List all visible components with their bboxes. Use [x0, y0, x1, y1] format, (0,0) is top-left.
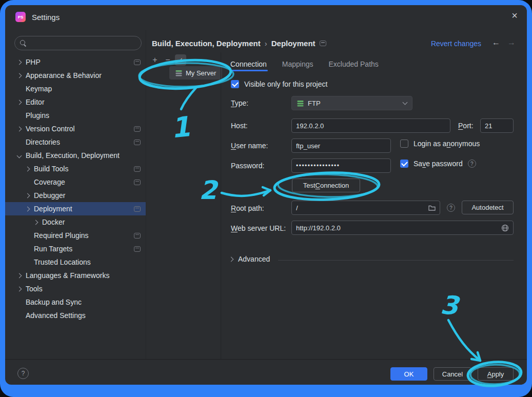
- sidebar-item-build-execution-deployment[interactable]: Build, Execution, Deployment: [5, 149, 146, 162]
- root-path-value[interactable]: [296, 204, 428, 212]
- sidebar-item-label: Backup and Sync: [26, 298, 82, 306]
- login-anonymous-checkbox[interactable]: [400, 140, 408, 148]
- chevron-right-icon: [17, 73, 22, 78]
- sidebar-item-required-plugins[interactable]: Required Plugins: [5, 229, 146, 242]
- web-server-url-value[interactable]: [296, 224, 501, 232]
- chevron-right-icon: [25, 166, 30, 171]
- web-server-url-input[interactable]: [291, 221, 514, 235]
- help-icon[interactable]: ?: [447, 204, 455, 212]
- breadcrumb-part[interactable]: Build, Execution, Deployment: [152, 39, 261, 48]
- host-input[interactable]: [291, 118, 450, 133]
- port-label: Port:: [458, 122, 474, 130]
- autodetect-button[interactable]: Autodetect: [462, 201, 514, 214]
- chevron-right-icon: [17, 59, 22, 65]
- password-input[interactable]: [291, 158, 391, 173]
- screen-background: PS Settings × PHP Appearance & Behavior: [0, 0, 532, 397]
- sidebar-item-tools[interactable]: Tools: [5, 282, 146, 295]
- sidebar-item-build-tools[interactable]: Build Tools: [5, 162, 146, 175]
- sidebar-item-label: Run Targets: [34, 245, 72, 253]
- project-tag-icon: [134, 59, 141, 65]
- sidebar-item-label: Version Control: [26, 125, 75, 133]
- project-tag-icon: [134, 126, 141, 132]
- dialog-help-icon[interactable]: ?: [17, 368, 29, 379]
- ok-button[interactable]: OK: [390, 367, 427, 381]
- sidebar-item-label: Build Tools: [34, 165, 68, 173]
- panel-divider: [221, 52, 221, 359]
- sidebar-item-label: Docker: [42, 218, 65, 226]
- sidebar-item-keymap[interactable]: Keymap: [5, 82, 146, 95]
- port-input[interactable]: [480, 118, 514, 133]
- forward-arrow-icon[interactable]: →: [507, 38, 516, 47]
- tab-connection[interactable]: Connection: [229, 60, 268, 68]
- globe-icon[interactable]: [501, 224, 509, 232]
- sidebar-item-appearance-behavior[interactable]: Appearance & Behavior: [5, 69, 146, 82]
- visible-only-checkbox[interactable]: [231, 80, 239, 88]
- sidebar-item-label: Coverage: [34, 178, 65, 186]
- root-path-label: Root path:: [231, 204, 264, 212]
- sidebar-item-directories[interactable]: Directories: [5, 135, 146, 149]
- sidebar-item-advanced-settings[interactable]: Advanced Settings: [5, 309, 146, 322]
- chevron-right-icon: [33, 220, 38, 225]
- project-tag-icon: [320, 41, 326, 46]
- chevron-right-icon: [17, 286, 22, 291]
- visible-only-label: Visible only for this project: [244, 80, 327, 88]
- ftp-icon: [297, 100, 304, 107]
- chevron-right-icon: [25, 193, 30, 198]
- user-name-input[interactable]: [291, 138, 391, 153]
- settings-dialog: PS Settings × PHP Appearance & Behavior: [5, 5, 527, 385]
- sidebar-item-label: Debugger: [34, 191, 66, 200]
- window-title: Settings: [32, 13, 60, 22]
- cancel-button[interactable]: Cancel: [434, 367, 471, 381]
- breadcrumb: Build, Execution, Deployment › Deploymen…: [152, 39, 326, 48]
- breadcrumb-separator-icon: ›: [265, 39, 267, 48]
- type-dropdown[interactable]: FTP: [291, 96, 412, 110]
- breadcrumb-part[interactable]: Deployment: [271, 39, 316, 48]
- advanced-label: Advanced: [238, 255, 270, 263]
- revert-changes-link[interactable]: Revert changes: [431, 39, 481, 48]
- project-tag-icon: [134, 180, 141, 185]
- host-label: Host:: [231, 122, 248, 130]
- sidebar-item-backup-and-sync[interactable]: Backup and Sync: [5, 295, 146, 309]
- sidebar-item-version-control[interactable]: Version Control: [5, 122, 146, 135]
- sidebar-item-php[interactable]: PHP: [5, 55, 146, 69]
- remove-server-icon[interactable]: −: [162, 54, 173, 66]
- add-server-icon[interactable]: +: [149, 54, 161, 66]
- sidebar-item-run-targets[interactable]: Run Targets: [5, 242, 146, 255]
- sidebar-item-plugins[interactable]: Plugins: [5, 109, 146, 122]
- server-toolbar: + − ✓: [149, 54, 186, 66]
- sidebar-item-label: Build, Execution, Deployment: [26, 151, 120, 160]
- settings-search-input[interactable]: [14, 36, 142, 50]
- server-list-item-my-server[interactable]: My Server: [169, 66, 222, 80]
- save-password-checkbox[interactable]: [400, 160, 408, 168]
- sidebar-item-editor[interactable]: Editor: [5, 95, 146, 109]
- sidebar-item-label: Trusted Locations: [34, 258, 91, 266]
- close-icon[interactable]: ×: [511, 10, 518, 21]
- chevron-right-icon: [17, 126, 22, 131]
- sidebar-item-coverage[interactable]: Coverage: [5, 175, 146, 189]
- test-connection-button[interactable]: Test Connection: [292, 178, 360, 192]
- check-icon[interactable]: ✓: [175, 54, 186, 66]
- sidebar-item-label: Advanced Settings: [26, 311, 86, 320]
- project-tag-icon: [134, 166, 141, 172]
- advanced-section-toggle[interactable]: Advanced: [229, 255, 270, 263]
- back-arrow-icon[interactable]: ←: [492, 38, 500, 47]
- tab-mappings[interactable]: Mappings: [281, 60, 314, 68]
- sidebar-item-label: Directories: [26, 138, 60, 146]
- logo-text: PS: [18, 15, 24, 19]
- help-icon[interactable]: ?: [468, 160, 476, 168]
- folder-icon[interactable]: [428, 205, 436, 211]
- sidebar-item-deployment[interactable]: Deployment: [5, 202, 146, 215]
- root-path-input[interactable]: [291, 201, 440, 215]
- sidebar-item-docker[interactable]: Docker: [5, 215, 146, 229]
- sidebar-item-debugger[interactable]: Debugger: [5, 189, 146, 202]
- apply-button[interactable]: Apply: [478, 367, 514, 381]
- sidebar-item-languages-frameworks[interactable]: Languages & Frameworks: [5, 269, 146, 282]
- server-item-label: My Server: [186, 69, 216, 77]
- search-icon: [20, 40, 26, 46]
- project-tag-icon: [134, 233, 141, 239]
- chevron-down-icon: [403, 100, 408, 105]
- sidebar-item-trusted-locations[interactable]: Trusted Locations: [5, 255, 146, 269]
- sidebar-item-label: Required Plugins: [34, 231, 89, 240]
- tab-excluded-paths[interactable]: Excluded Paths: [328, 60, 380, 68]
- sidebar-item-label: Tools: [26, 285, 43, 293]
